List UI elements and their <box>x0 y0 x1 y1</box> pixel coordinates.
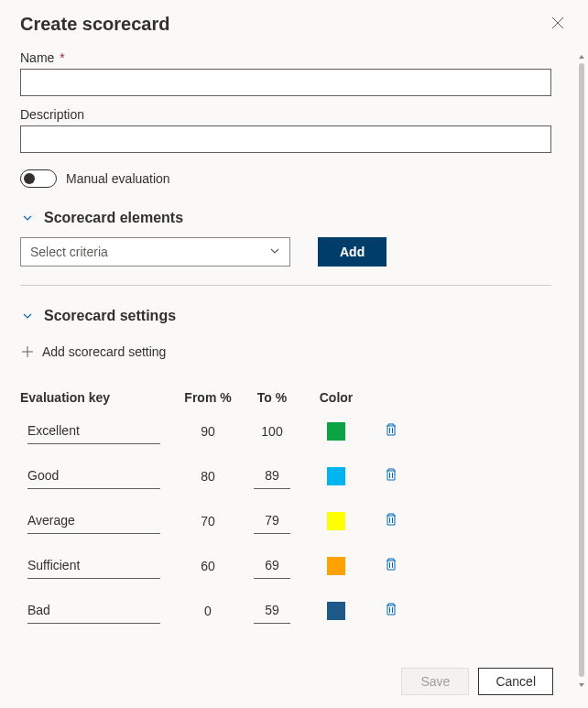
criteria-select[interactable]: Select criteria <box>20 237 290 267</box>
add-criteria-button[interactable]: Add <box>318 237 387 267</box>
close-button[interactable] <box>548 13 568 36</box>
save-button: Save <box>401 668 469 695</box>
chevron-down-icon <box>20 211 35 225</box>
manual-eval-toggle[interactable] <box>20 169 57 188</box>
trash-icon <box>384 602 398 619</box>
table-row: Sufficient6069 <box>20 552 568 579</box>
to-cell[interactable]: 69 <box>254 552 290 579</box>
to-cell[interactable]: 89 <box>254 463 290 489</box>
table-row: Bad059 <box>20 597 568 624</box>
col-color: Color <box>304 390 368 405</box>
table-row: Excellent90100 <box>20 418 568 444</box>
col-from: From % <box>176 390 240 405</box>
scrollbar[interactable] <box>575 50 588 692</box>
delete-row-button[interactable] <box>380 508 402 533</box>
from-cell: 0 <box>176 604 240 618</box>
from-cell: 70 <box>176 514 240 528</box>
evaluation-key-cell[interactable]: Excellent <box>27 418 160 444</box>
required-indicator: * <box>60 50 64 65</box>
scroll-down-icon[interactable] <box>575 679 588 692</box>
chevron-down-icon <box>269 245 280 259</box>
description-label: Description <box>20 107 568 122</box>
divider <box>20 285 551 286</box>
color-swatch[interactable] <box>327 467 345 485</box>
scorecard-settings-title: Scorecard settings <box>44 308 176 324</box>
name-label: Name * <box>20 50 568 65</box>
col-to: To % <box>240 390 304 405</box>
delete-row-button[interactable] <box>380 598 402 623</box>
scroll-thumb[interactable] <box>579 63 584 677</box>
scorecard-elements-header[interactable]: Scorecard elements <box>20 210 568 226</box>
table-row: Good8089 <box>20 463 568 489</box>
scorecard-elements-title: Scorecard elements <box>44 210 183 226</box>
cancel-button[interactable]: Cancel <box>478 668 553 695</box>
dialog-title: Create scorecard <box>20 14 169 35</box>
manual-eval-label: Manual evaluation <box>66 171 170 186</box>
from-cell: 90 <box>176 424 240 439</box>
color-swatch[interactable] <box>327 422 345 441</box>
delete-row-button[interactable] <box>380 463 402 488</box>
trash-icon <box>384 422 398 440</box>
delete-row-button[interactable] <box>380 419 402 443</box>
evaluation-key-cell[interactable]: Bad <box>27 597 160 624</box>
to-cell: 100 <box>240 424 304 439</box>
delete-row-button[interactable] <box>380 553 402 578</box>
add-scorecard-setting-label: Add scorecard setting <box>42 344 166 359</box>
evaluation-key-cell[interactable]: Good <box>27 463 160 489</box>
scroll-up-icon[interactable] <box>575 50 588 63</box>
description-input[interactable] <box>20 125 551 153</box>
name-input[interactable] <box>20 69 551 96</box>
chevron-down-icon <box>20 309 35 323</box>
trash-icon <box>384 467 398 485</box>
from-cell: 80 <box>176 469 240 484</box>
evaluation-key-cell[interactable]: Average <box>27 507 160 534</box>
plus-icon <box>20 344 35 359</box>
add-scorecard-setting-button[interactable]: Add scorecard setting <box>20 341 166 363</box>
close-icon <box>551 18 564 32</box>
name-label-text: Name <box>20 50 54 65</box>
trash-icon <box>384 512 398 529</box>
color-swatch[interactable] <box>327 557 345 575</box>
settings-table: Evaluation key From % To % Color Excelle… <box>20 390 568 624</box>
scorecard-settings-header[interactable]: Scorecard settings <box>20 308 568 324</box>
table-row: Average7079 <box>20 507 568 534</box>
color-swatch[interactable] <box>327 602 345 620</box>
evaluation-key-cell[interactable]: Sufficient <box>27 552 160 579</box>
to-cell[interactable]: 79 <box>254 507 290 534</box>
from-cell: 60 <box>176 559 240 573</box>
col-evaluation-key: Evaluation key <box>20 390 176 405</box>
color-swatch[interactable] <box>327 512 345 530</box>
to-cell[interactable]: 59 <box>254 597 290 624</box>
toggle-knob <box>24 173 35 184</box>
trash-icon <box>384 557 398 574</box>
criteria-select-placeholder: Select criteria <box>30 245 108 259</box>
